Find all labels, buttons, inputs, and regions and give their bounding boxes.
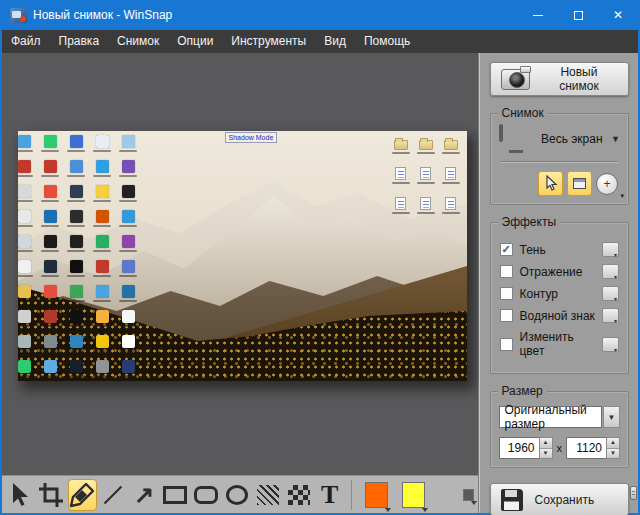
capture-mode-dropdown[interactable]: Весь экран ▼ — [499, 126, 621, 152]
sidebar-panel: Новый снимок Снимок Весь экран ▼ — [479, 53, 639, 513]
height-down-button[interactable]: ▼ — [607, 449, 619, 459]
desktop-icon — [89, 360, 115, 381]
shadow-checkbox[interactable] — [500, 243, 513, 256]
tool-rectangle-button[interactable] — [161, 479, 190, 511]
tool-pen-button[interactable] — [68, 479, 97, 511]
menu-view[interactable]: Вид — [315, 30, 355, 53]
close-button[interactable]: ✕ — [598, 0, 638, 30]
tool-line-button[interactable] — [99, 479, 128, 511]
window-title: Новый снимок - WinSnap — [33, 8, 518, 22]
desktop-icon — [115, 335, 141, 360]
width-down-button[interactable]: ▼ — [540, 449, 552, 459]
plus-icon: + — [603, 177, 610, 191]
size-preset-select[interactable]: Оригинальный размер — [499, 406, 603, 428]
colorize-checkbox[interactable] — [500, 338, 513, 351]
desktop-icon — [63, 335, 89, 360]
new-snapshot-button[interactable]: Новый снимок — [490, 62, 630, 96]
menu-file[interactable]: Файл — [2, 30, 50, 53]
desktop-icon — [63, 185, 89, 210]
watermark-checkbox[interactable] — [500, 309, 513, 322]
tool-select-button[interactable] — [6, 479, 35, 511]
minimize-button[interactable] — [518, 0, 558, 30]
outline-options-button[interactable] — [602, 286, 619, 301]
monitor-icon — [499, 126, 533, 152]
save-grip[interactable] — [630, 486, 637, 500]
height-up-button[interactable]: ▲ — [607, 438, 619, 449]
cursor-icon — [9, 482, 31, 508]
desktop-icon — [18, 235, 37, 260]
desktop-icon — [18, 210, 37, 235]
desktop-icon — [37, 260, 63, 285]
camera-icon — [501, 69, 530, 90]
reflection-options-button[interactable] — [602, 264, 619, 279]
desktop-icon — [115, 160, 141, 185]
desktop-icon — [89, 210, 115, 235]
desktop-icon — [115, 310, 141, 335]
screenshot-preview[interactable]: Shadow Mode — [18, 131, 467, 381]
desktop-icon — [18, 360, 37, 381]
desktop-icon — [63, 310, 89, 335]
effect-row-outline: Контур — [500, 286, 620, 301]
height-input[interactable] — [566, 437, 606, 459]
desktop-icon — [37, 135, 63, 160]
desktop-icon — [89, 310, 115, 335]
size-separator: x — [557, 442, 563, 454]
tool-arrow-button[interactable]: ↗ — [130, 479, 159, 511]
zoom-button[interactable]: + — [596, 173, 618, 195]
reflection-label: Отражение — [520, 265, 596, 279]
tool-text-button[interactable]: T — [315, 479, 344, 511]
desktop-icon — [37, 210, 63, 235]
shadow-options-button[interactable] — [602, 242, 619, 257]
secondary-color-swatch[interactable] — [402, 482, 425, 508]
watermark-options-button[interactable] — [602, 308, 619, 323]
desktop-right-icons — [388, 137, 463, 227]
shadow-mode-watermark: Shadow Mode — [225, 132, 278, 143]
desktop-icon — [37, 185, 63, 210]
menu-capture[interactable]: Снимок — [108, 30, 168, 53]
menu-help[interactable]: Помощь — [355, 30, 419, 53]
maximize-button[interactable] — [558, 0, 598, 30]
winsnap-window: Новый снимок - WinSnap ✕ Файл Правка Сни… — [0, 0, 640, 515]
drawing-toolbar: ↗ T — [2, 475, 478, 513]
desktop-icon — [115, 210, 141, 235]
menu-options[interactable]: Опции — [168, 30, 222, 53]
desktop-icon — [89, 185, 115, 210]
outline-checkbox[interactable] — [500, 287, 513, 300]
winsnap-app-icon — [10, 8, 27, 23]
desktop-icon — [89, 135, 115, 160]
desktop-icon — [115, 135, 141, 160]
tool-mosaic-button[interactable] — [284, 479, 313, 511]
effect-row-shadow: Тень — [500, 242, 620, 257]
width-input[interactable] — [499, 437, 539, 459]
rectangle-icon — [163, 486, 187, 504]
menu-tools[interactable]: Инструменты — [222, 30, 315, 53]
desktop-icon — [63, 160, 89, 185]
include-cursor-toggle[interactable] — [538, 171, 563, 196]
tool-rounded-rect-button[interactable] — [192, 479, 221, 511]
menu-edit[interactable]: Правка — [50, 30, 109, 53]
doc-icon — [392, 167, 410, 197]
tool-hatch-button[interactable] — [253, 479, 282, 511]
desktop-icon — [18, 285, 37, 310]
colorize-options-button[interactable] — [602, 337, 619, 352]
editor-canvas: Shadow Mode — [2, 53, 479, 513]
watermark-label: Водяной знак — [520, 309, 596, 323]
capture-window-toggle[interactable] — [567, 171, 592, 196]
size-group: Размер Оригинальный размер ▼ ▲ ▼ x — [490, 391, 630, 468]
line-width-button[interactable] — [463, 489, 474, 501]
save-label: Сохранить — [535, 493, 595, 507]
size-preset-dropdown-button[interactable]: ▼ — [603, 406, 620, 428]
primary-color-swatch[interactable] — [365, 482, 388, 508]
save-button[interactable]: Сохранить — [490, 483, 630, 515]
effect-row-colorize: Изменить цвет — [500, 330, 620, 358]
desktop-icon — [115, 360, 141, 381]
doc-icon — [442, 167, 460, 197]
tool-ellipse-button[interactable] — [222, 479, 251, 511]
desktop-icon — [18, 135, 37, 160]
doc-icon — [442, 197, 460, 227]
reflection-checkbox[interactable] — [500, 265, 513, 278]
capture-mode-value: Весь экран — [541, 132, 604, 146]
colorize-label: Изменить цвет — [520, 330, 596, 358]
tool-crop-button[interactable] — [37, 479, 66, 511]
width-up-button[interactable]: ▲ — [540, 438, 552, 449]
